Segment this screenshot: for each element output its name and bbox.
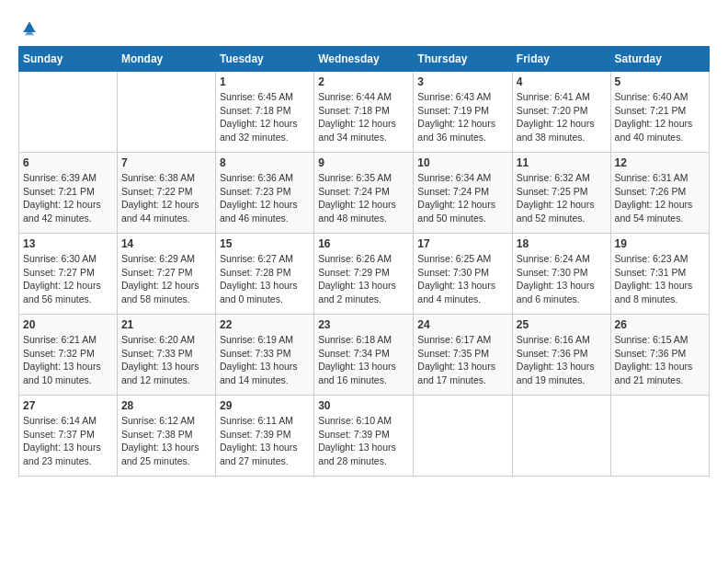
calendar-cell: 28Sunrise: 6:12 AM Sunset: 7:38 PM Dayli… — [117, 396, 215, 477]
day-number: 1 — [220, 75, 310, 88]
calendar-body: 1Sunrise: 6:45 AM Sunset: 7:18 PM Daylig… — [19, 72, 710, 477]
day-number: 4 — [517, 75, 607, 88]
day-info: Sunrise: 6:31 AM Sunset: 7:26 PM Dayligh… — [615, 171, 705, 225]
calendar-cell: 15Sunrise: 6:27 AM Sunset: 7:28 PM Dayli… — [215, 234, 313, 315]
weekday-header: Friday — [512, 47, 610, 72]
day-number: 26 — [615, 318, 705, 331]
calendar-cell: 24Sunrise: 6:17 AM Sunset: 7:35 PM Dayli… — [414, 315, 513, 396]
day-info: Sunrise: 6:34 AM Sunset: 7:24 PM Dayligh… — [417, 171, 508, 225]
calendar-cell: 22Sunrise: 6:19 AM Sunset: 7:33 PM Dayli… — [215, 315, 313, 396]
day-number: 19 — [615, 237, 705, 250]
calendar-cell: 10Sunrise: 6:34 AM Sunset: 7:24 PM Dayli… — [414, 153, 513, 234]
logo-icon — [20, 18, 39, 37]
day-info: Sunrise: 6:38 AM Sunset: 7:22 PM Dayligh… — [121, 171, 211, 225]
day-info: Sunrise: 6:23 AM Sunset: 7:31 PM Dayligh… — [615, 252, 705, 306]
day-info: Sunrise: 6:41 AM Sunset: 7:20 PM Dayligh… — [517, 90, 607, 144]
calendar-cell: 27Sunrise: 6:14 AM Sunset: 7:37 PM Dayli… — [19, 396, 118, 477]
day-number: 2 — [318, 75, 409, 88]
weekday-header: Tuesday — [215, 47, 313, 72]
calendar-cell: 9Sunrise: 6:35 AM Sunset: 7:24 PM Daylig… — [314, 153, 414, 234]
calendar-cell: 26Sunrise: 6:15 AM Sunset: 7:36 PM Dayli… — [610, 315, 709, 396]
day-number: 5 — [615, 75, 705, 88]
day-info: Sunrise: 6:29 AM Sunset: 7:27 PM Dayligh… — [121, 252, 211, 306]
weekday-header: Wednesday — [314, 47, 414, 72]
weekday-header: Thursday — [414, 47, 513, 72]
weekday-header: Monday — [117, 47, 215, 72]
calendar-cell: 6Sunrise: 6:39 AM Sunset: 7:21 PM Daylig… — [19, 153, 118, 234]
day-number: 11 — [517, 156, 607, 169]
day-info: Sunrise: 6:10 AM Sunset: 7:39 PM Dayligh… — [318, 414, 409, 468]
calendar-cell: 4Sunrise: 6:41 AM Sunset: 7:20 PM Daylig… — [512, 72, 610, 153]
calendar-cell: 8Sunrise: 6:36 AM Sunset: 7:23 PM Daylig… — [215, 153, 313, 234]
calendar-cell: 7Sunrise: 6:38 AM Sunset: 7:22 PM Daylig… — [117, 153, 215, 234]
day-number: 12 — [615, 156, 705, 169]
day-info: Sunrise: 6:35 AM Sunset: 7:24 PM Dayligh… — [318, 171, 409, 225]
day-info: Sunrise: 6:25 AM Sunset: 7:30 PM Dayligh… — [417, 252, 508, 306]
calendar-cell: 13Sunrise: 6:30 AM Sunset: 7:27 PM Dayli… — [19, 234, 118, 315]
day-number: 15 — [220, 237, 310, 250]
day-number: 21 — [121, 318, 211, 331]
day-number: 16 — [318, 237, 409, 250]
day-info: Sunrise: 6:44 AM Sunset: 7:18 PM Dayligh… — [318, 90, 409, 144]
calendar-cell: 25Sunrise: 6:16 AM Sunset: 7:36 PM Dayli… — [512, 315, 610, 396]
weekday-header: Sunday — [19, 47, 118, 72]
day-info: Sunrise: 6:39 AM Sunset: 7:21 PM Dayligh… — [23, 171, 113, 225]
day-number: 30 — [318, 399, 409, 412]
calendar-cell: 3Sunrise: 6:43 AM Sunset: 7:19 PM Daylig… — [414, 72, 513, 153]
day-info: Sunrise: 6:16 AM Sunset: 7:36 PM Dayligh… — [517, 333, 607, 387]
day-info: Sunrise: 6:30 AM Sunset: 7:27 PM Dayligh… — [23, 252, 113, 306]
day-info: Sunrise: 6:27 AM Sunset: 7:28 PM Dayligh… — [220, 252, 310, 306]
calendar-cell — [19, 72, 118, 153]
calendar-week-row: 27Sunrise: 6:14 AM Sunset: 7:37 PM Dayli… — [19, 396, 710, 477]
day-number: 8 — [220, 156, 310, 169]
header — [18, 18, 710, 37]
weekday-header: Saturday — [610, 47, 709, 72]
day-info: Sunrise: 6:19 AM Sunset: 7:33 PM Dayligh… — [220, 333, 310, 387]
day-number: 6 — [23, 156, 113, 169]
day-info: Sunrise: 6:12 AM Sunset: 7:38 PM Dayligh… — [121, 414, 211, 468]
day-number: 23 — [318, 318, 409, 331]
calendar-cell: 12Sunrise: 6:31 AM Sunset: 7:26 PM Dayli… — [610, 153, 709, 234]
day-number: 20 — [23, 318, 113, 331]
calendar-cell: 14Sunrise: 6:29 AM Sunset: 7:27 PM Dayli… — [117, 234, 215, 315]
calendar-week-row: 1Sunrise: 6:45 AM Sunset: 7:18 PM Daylig… — [19, 72, 710, 153]
calendar-cell: 17Sunrise: 6:25 AM Sunset: 7:30 PM Dayli… — [414, 234, 513, 315]
day-number: 17 — [417, 237, 508, 250]
day-info: Sunrise: 6:24 AM Sunset: 7:30 PM Dayligh… — [517, 252, 607, 306]
calendar-table: SundayMondayTuesdayWednesdayThursdayFrid… — [18, 46, 710, 477]
day-info: Sunrise: 6:20 AM Sunset: 7:33 PM Dayligh… — [121, 333, 211, 387]
day-number: 10 — [417, 156, 508, 169]
calendar-cell — [117, 72, 215, 153]
day-number: 9 — [318, 156, 409, 169]
day-number: 29 — [220, 399, 310, 412]
day-info: Sunrise: 6:36 AM Sunset: 7:23 PM Dayligh… — [220, 171, 310, 225]
day-number: 18 — [517, 237, 607, 250]
calendar-cell: 18Sunrise: 6:24 AM Sunset: 7:30 PM Dayli… — [512, 234, 610, 315]
day-info: Sunrise: 6:26 AM Sunset: 7:29 PM Dayligh… — [318, 252, 409, 306]
calendar-week-row: 20Sunrise: 6:21 AM Sunset: 7:32 PM Dayli… — [19, 315, 710, 396]
day-number: 3 — [417, 75, 508, 88]
calendar-cell: 23Sunrise: 6:18 AM Sunset: 7:34 PM Dayli… — [314, 315, 414, 396]
calendar-week-row: 13Sunrise: 6:30 AM Sunset: 7:27 PM Dayli… — [19, 234, 710, 315]
day-number: 13 — [23, 237, 113, 250]
logo — [18, 18, 39, 37]
day-info: Sunrise: 6:32 AM Sunset: 7:25 PM Dayligh… — [517, 171, 607, 225]
calendar-cell: 30Sunrise: 6:10 AM Sunset: 7:39 PM Dayli… — [314, 396, 414, 477]
calendar-cell: 21Sunrise: 6:20 AM Sunset: 7:33 PM Dayli… — [117, 315, 215, 396]
day-number: 28 — [121, 399, 211, 412]
calendar-cell: 20Sunrise: 6:21 AM Sunset: 7:32 PM Dayli… — [19, 315, 118, 396]
day-number: 14 — [121, 237, 211, 250]
calendar-cell — [414, 396, 513, 477]
day-info: Sunrise: 6:14 AM Sunset: 7:37 PM Dayligh… — [23, 414, 113, 468]
calendar-week-row: 6Sunrise: 6:39 AM Sunset: 7:21 PM Daylig… — [19, 153, 710, 234]
day-number: 24 — [417, 318, 508, 331]
calendar-cell: 19Sunrise: 6:23 AM Sunset: 7:31 PM Dayli… — [610, 234, 709, 315]
calendar-cell: 16Sunrise: 6:26 AM Sunset: 7:29 PM Dayli… — [314, 234, 414, 315]
calendar-cell — [610, 396, 709, 477]
calendar-cell: 29Sunrise: 6:11 AM Sunset: 7:39 PM Dayli… — [215, 396, 313, 477]
day-info: Sunrise: 6:21 AM Sunset: 7:32 PM Dayligh… — [23, 333, 113, 387]
day-info: Sunrise: 6:40 AM Sunset: 7:21 PM Dayligh… — [615, 90, 705, 144]
calendar-cell: 11Sunrise: 6:32 AM Sunset: 7:25 PM Dayli… — [512, 153, 610, 234]
day-info: Sunrise: 6:11 AM Sunset: 7:39 PM Dayligh… — [220, 414, 310, 468]
calendar-cell: 1Sunrise: 6:45 AM Sunset: 7:18 PM Daylig… — [215, 72, 313, 153]
